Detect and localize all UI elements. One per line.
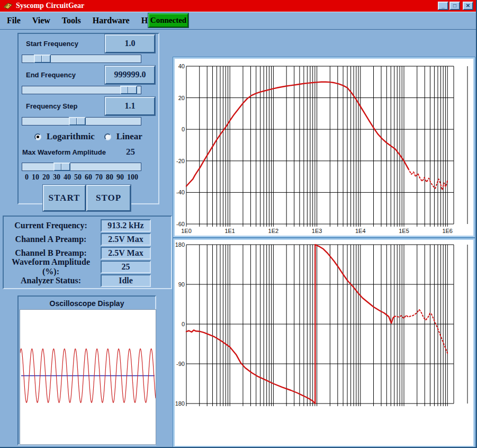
- close-icon: ✕: [466, 3, 470, 8]
- frequency-step-label: Frequency Step: [22, 102, 78, 110]
- minimize-icon: _: [442, 3, 445, 8]
- title-bar[interactable]: Syscomp CircuitGear _ □ ✕: [0, 0, 476, 12]
- menu-hardware[interactable]: Hardware: [87, 16, 136, 25]
- svg-text:0: 0: [182, 321, 185, 327]
- app-window: { "window": { "title": "Syscomp CircuitG…: [0, 0, 477, 448]
- svg-text:1E1: 1E1: [224, 228, 235, 234]
- svg-text:1E2: 1E2: [268, 228, 279, 234]
- svg-text:1E6: 1E6: [442, 228, 453, 234]
- max-waveform-amplitude-label: Max Waveform Amplitude: [22, 148, 106, 156]
- maximize-button[interactable]: □: [449, 2, 460, 10]
- current-frequency-label: Current Frequency:: [4, 221, 98, 230]
- frequency-step-value[interactable]: 1.1: [105, 97, 155, 115]
- svg-text:90: 90: [178, 281, 185, 288]
- channel-a-preamp-label: Channel A Preamp:: [4, 235, 98, 244]
- maximize-icon: □: [453, 3, 456, 8]
- svg-text:-60: -60: [176, 221, 185, 227]
- logarithmic-radio-label[interactable]: Logarithmic: [47, 131, 95, 142]
- status-row-channel-a-preamp: Channel A Preamp: 2.5V Max: [4, 232, 171, 246]
- amplitude-slider-handle[interactable]: [53, 163, 70, 171]
- scale-tick: 10: [32, 173, 39, 182]
- status-row-waveform-amplitude: Waveform Amplitude (%): 25: [4, 260, 171, 273]
- status-row-analyzer-status: Analyzer Status: Idle: [4, 274, 171, 287]
- waveform-amplitude-label: Waveform Amplitude (%):: [4, 257, 98, 276]
- scale-tick: 60: [85, 173, 92, 182]
- app-icon: [3, 2, 13, 10]
- svg-text:-90: -90: [176, 361, 185, 367]
- end-frequency-value[interactable]: 999999.0: [105, 66, 155, 84]
- start-frequency-label: Start Frequency: [22, 40, 78, 48]
- scale-tick: 100: [127, 173, 138, 182]
- scale-tick: 90: [116, 173, 124, 182]
- scale-tick: 40: [64, 173, 71, 182]
- linear-radio-label[interactable]: Linear: [116, 131, 142, 142]
- amplitude-scale: 0 10 20 30 40 50 60 70 80 90 100: [25, 173, 138, 182]
- linear-radio[interactable]: [104, 133, 111, 140]
- connected-status-button[interactable]: Connected: [148, 13, 188, 28]
- scale-tick: 70: [95, 173, 103, 182]
- menu-bar: File View Tools Hardware Help Connected: [0, 12, 476, 30]
- svg-text:1E4: 1E4: [355, 228, 366, 234]
- analyzer-status-label: Analyzer Status:: [4, 276, 98, 285]
- channel-b-preamp-label: Channel B Preamp:: [4, 248, 98, 258]
- start-frequency-value[interactable]: 1.0: [105, 34, 155, 53]
- svg-text:-180: -180: [175, 400, 185, 407]
- svg-text:20: 20: [178, 95, 185, 101]
- logarithmic-radio[interactable]: [34, 133, 41, 140]
- frequency-step-slider[interactable]: [22, 117, 141, 126]
- status-row-current-frequency: Current Frequency: 913.2 kHz: [4, 219, 171, 232]
- svg-text:-40: -40: [176, 189, 185, 195]
- oscilloscope-title: Oscilloscope Display: [19, 297, 155, 309]
- svg-text:1E3: 1E3: [312, 228, 322, 234]
- amplitude-slider[interactable]: [22, 163, 141, 171]
- channel-a-preamp-value: 2.5V Max: [101, 233, 151, 246]
- start-frequency-slider-handle[interactable]: [34, 55, 51, 63]
- scale-tick: 50: [74, 173, 82, 182]
- max-waveform-amplitude-value: 25: [126, 147, 135, 157]
- close-button[interactable]: ✕: [463, 2, 473, 10]
- channel-b-preamp-value: 2.5V Max: [101, 247, 151, 259]
- analyzer-status-value: Idle: [101, 274, 151, 287]
- scale-tick: 80: [106, 173, 113, 182]
- minimize-button[interactable]: _: [438, 2, 448, 10]
- waveform-amplitude-value: 25: [101, 261, 151, 273]
- status-panel: Current Frequency: 913.2 kHz Channel A P…: [3, 216, 172, 289]
- end-frequency-label: End Frequency: [22, 71, 76, 79]
- end-frequency-slider[interactable]: [22, 86, 141, 94]
- svg-text:1E5: 1E5: [399, 228, 409, 234]
- menu-view[interactable]: View: [26, 16, 56, 25]
- menu-file[interactable]: File: [1, 16, 26, 25]
- window-title: Syscomp CircuitGear: [16, 2, 84, 10]
- menu-tools[interactable]: Tools: [56, 16, 87, 25]
- svg-text:0: 0: [182, 126, 185, 132]
- svg-text:-20: -20: [176, 158, 185, 164]
- start-button[interactable]: START: [43, 185, 86, 211]
- scale-tick: 20: [42, 173, 50, 182]
- current-frequency-value: 913.2 kHz: [101, 219, 151, 232]
- scale-tick: 0: [25, 173, 29, 182]
- stop-button[interactable]: STOP: [86, 185, 131, 211]
- end-frequency-slider-handle[interactable]: [120, 86, 137, 94]
- start-frequency-slider[interactable]: [22, 55, 141, 63]
- frequency-step-slider-handle[interactable]: [69, 117, 86, 126]
- svg-text:180: 180: [175, 241, 185, 248]
- svg-text:1E0: 1E0: [181, 228, 192, 234]
- bode-phase-chart: 180900-90-180: [173, 238, 475, 447]
- sweep-control-panel: Start Frequency 1.0 End Frequency 999999…: [17, 33, 159, 204]
- bode-magnitude-chart: 40200-20-40-601E01E11E21E31E41E51E6: [173, 57, 475, 237]
- oscilloscope-panel: Oscilloscope Display: [17, 295, 156, 445]
- scale-tick: 30: [53, 173, 60, 182]
- oscilloscope-canvas: [20, 309, 156, 445]
- svg-text:40: 40: [178, 63, 185, 69]
